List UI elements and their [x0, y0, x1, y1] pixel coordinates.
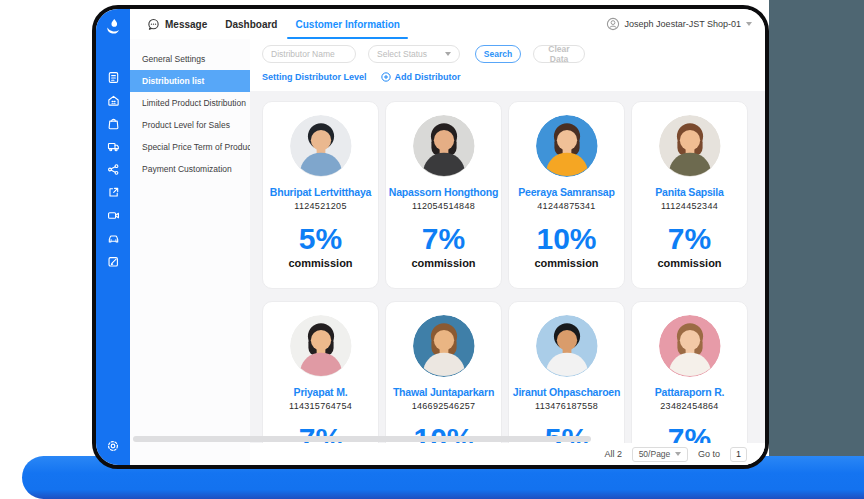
- distributor-id: 1124521205: [263, 201, 378, 211]
- tab-message[interactable]: Message: [138, 9, 216, 39]
- distributor-id: 113476187558: [509, 401, 624, 411]
- chevron-down-icon: [445, 52, 451, 56]
- avatar: [659, 115, 721, 177]
- commission-percent: 7%: [632, 224, 747, 254]
- distributor-name: Pattaraporn R.: [632, 386, 747, 398]
- gear-icon[interactable]: [106, 439, 120, 453]
- goto-label: Go to: [698, 449, 720, 459]
- distributor-name: Jiranut Ohpascharoen: [509, 386, 624, 398]
- tab-customer-information[interactable]: Customer Information: [286, 9, 408, 39]
- sidebar-item-payment-customization[interactable]: Payment Customization: [130, 158, 250, 180]
- tab-dashboard-label: Dashboard: [225, 19, 277, 30]
- commission-label: commission: [509, 257, 624, 269]
- distributor-name-input[interactable]: [262, 45, 356, 63]
- car-icon[interactable]: [107, 232, 120, 245]
- distributor-id: 11124452344: [632, 201, 747, 211]
- add-distributor-link[interactable]: Add Distributor: [381, 72, 461, 82]
- avatar: [290, 315, 352, 377]
- app-window: Message Dashboard Customer Information J…: [92, 5, 769, 469]
- avatar: [413, 315, 475, 377]
- chevron-down-icon: [746, 22, 752, 26]
- avatar: [536, 115, 598, 177]
- distributor-id: 146692546257: [386, 401, 501, 411]
- sidebar-item-general-settings[interactable]: General Settings: [130, 48, 250, 70]
- share-icon[interactable]: [107, 163, 120, 176]
- distributor-card[interactable]: Panita Sapsila 11124452344 7% commission: [631, 101, 748, 289]
- distributor-id: 41244875341: [509, 201, 624, 211]
- avatar: [413, 115, 475, 177]
- home-icon[interactable]: [107, 94, 120, 107]
- user-name: Joseph Joestar-JST Shop-01: [625, 19, 741, 29]
- user-avatar-icon: [606, 17, 620, 31]
- sidebar-item-distribution-list[interactable]: Distribution list: [130, 70, 250, 92]
- distributor-card[interactable]: Napassorn Hongthong 112054514848 7% comm…: [385, 101, 502, 289]
- topbar: Message Dashboard Customer Information J…: [130, 9, 765, 40]
- distributor-id: 23482454864: [632, 401, 747, 411]
- truck-icon[interactable]: [107, 140, 120, 153]
- tab-message-label: Message: [165, 19, 207, 30]
- commission-label: commission: [263, 257, 378, 269]
- nav-rail: [96, 9, 130, 465]
- document-icon[interactable]: [107, 71, 120, 84]
- commission-percent: 5%: [263, 224, 378, 254]
- search-button[interactable]: Search: [475, 45, 521, 63]
- backdrop-slate-panel: [769, 0, 864, 499]
- commission-label: commission: [386, 257, 501, 269]
- distributor-card[interactable]: Bhuripat Lertvitthaya 1124521205 5% comm…: [262, 101, 379, 289]
- distributor-card-grid: Bhuripat Lertvitthaya 1124521205 5% comm…: [262, 101, 748, 469]
- distributor-name: Napassorn Hongthong: [386, 186, 501, 198]
- commission-percent: 10%: [509, 224, 624, 254]
- sidebar-item-product-level-for-sales[interactable]: Product Level for Sales: [130, 114, 250, 136]
- distributor-id: 112054514848: [386, 201, 501, 211]
- avatar: [290, 115, 352, 177]
- page-size-value: 50/Page: [639, 449, 671, 459]
- distributor-id: 114315764754: [263, 401, 378, 411]
- user-menu[interactable]: Joseph Joestar-JST Shop-01: [606, 17, 765, 31]
- avatar: [659, 315, 721, 377]
- bag-icon[interactable]: [107, 117, 120, 130]
- sidebar-item-special-price-term[interactable]: Special Price Term of Product: [130, 136, 250, 158]
- settings-sidebar: General Settings Distribution list Limit…: [130, 39, 250, 465]
- tab-dashboard[interactable]: Dashboard: [216, 9, 286, 39]
- content-area: Select Status Search Clear Data Setting …: [250, 39, 765, 465]
- export-icon[interactable]: [107, 186, 120, 199]
- commission-label: commission: [632, 257, 747, 269]
- total-count-label: All 2: [604, 449, 622, 459]
- distributor-card[interactable]: Peeraya Samransap 41244875341 10% commis…: [508, 101, 625, 289]
- plus-circle-icon: [381, 72, 391, 82]
- camera-icon[interactable]: [107, 209, 120, 222]
- status-select[interactable]: Select Status: [368, 45, 460, 63]
- brand-droplet-logo-icon: [103, 17, 123, 41]
- chat-bubble-icon: [147, 18, 160, 31]
- status-select-placeholder: Select Status: [377, 49, 427, 59]
- add-distributor-label: Add Distributor: [395, 72, 461, 82]
- chevron-down-icon: [675, 452, 681, 456]
- commission-percent: 7%: [386, 224, 501, 254]
- distributor-name: Priyapat M.: [263, 386, 378, 398]
- avatar: [536, 315, 598, 377]
- distributor-name: Bhuripat Lertvitthaya: [263, 186, 378, 198]
- distributor-name: Peeraya Samransap: [509, 186, 624, 198]
- clear-data-button[interactable]: Clear Data: [533, 45, 585, 63]
- compose-icon[interactable]: [107, 255, 120, 268]
- goto-page-input[interactable]: [730, 447, 747, 462]
- pagination-bar: All 2 50/Page Go to: [250, 443, 765, 465]
- page-size-select[interactable]: 50/Page: [632, 447, 688, 462]
- tab-customer-information-label: Customer Information: [295, 19, 399, 30]
- sidebar-item-limited-product-distribution[interactable]: Limited Product Distribution: [130, 92, 250, 114]
- distributor-name: Panita Sapsila: [632, 186, 747, 198]
- distributor-name: Thawal Juntaparkarn: [386, 386, 501, 398]
- horizontal-scrollbar-thumb[interactable]: [133, 436, 591, 442]
- setting-distributor-level-link[interactable]: Setting Distributor Level: [262, 72, 367, 82]
- search-toolbar: Select Status Search Clear Data Setting …: [250, 39, 765, 91]
